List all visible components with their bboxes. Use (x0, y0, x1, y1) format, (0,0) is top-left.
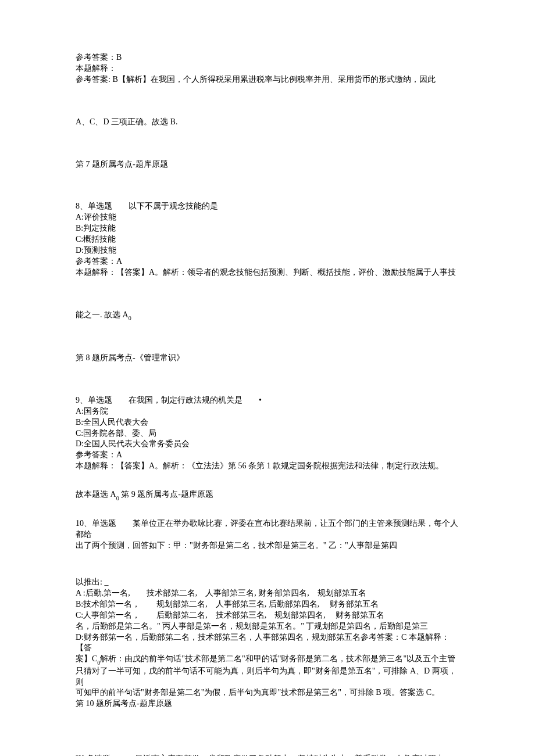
q10-title-1: 10、单选题 某单位正在举办歌咏比赛，评委在宣布比赛结果前，让五个部门的主管来预… (76, 518, 459, 540)
q8-option-c: C:概括技能 (76, 234, 459, 245)
q10-exp-1: 案】C0解析：由戊的前半句话"技术部是第二名"和甲的话"财务部是第二名，技术部是… (76, 654, 459, 665)
qik-title-1: IK 多选题 最近南方灾奔频发，党和政府做了各种努力，坚持以为为本，尊重科学，在… (76, 754, 459, 756)
q8-ref: 参考答案：A (76, 256, 459, 267)
q10-exp-2: 只猜对了一半可知，戊的前半句话不可能为真，则后半句为真，即"财务部是第五名"，可… (76, 666, 459, 688)
q10-note: 第 10 题所属考点-题库原题 (76, 698, 459, 710)
q8-option-d: D:预测技能 (76, 245, 459, 256)
q9-option-b: B:全国人民代表大会 (76, 417, 459, 428)
question-9: 9、单选题 在我国，制定行政法规的机关是 • A:国务院 B:全国人民代表大会 … (76, 395, 459, 472)
q10-extra: 名，后勤部是第二名。" 丙人事部是第一名，规划部是第五名。" 丁规划部是第四名，… (76, 621, 459, 632)
q9-option-d: D:全国人民代表大会常务委员会 (76, 439, 459, 450)
note-8-text: 第 8 题所属考点-《管理常识》 (76, 353, 459, 364)
question-8: 8、单选题 以下不属于观念技能的是 A:评价技能 B:判定技能 C:概括技能 D… (76, 201, 459, 278)
q10-option-d: D:财务部第一名，后勤部第二名，技术部第三名，人事部第四名，规划部第五名参考答案… (76, 632, 459, 654)
q10-option-b: B:技术部第一名， 规划部第二名, 人事部第三名, 后勤部第四名, 财务部第五名 (76, 599, 459, 610)
q8-cont: 能之一. 故选 A0 (76, 310, 459, 321)
q8-explain: 本题解释：【答案】A。解析：领导者的观念技能包括预测、判断、概括技能，评价、激励… (76, 267, 459, 278)
question-10-head: 10、单选题 某单位正在举办歌咏比赛，评委在宣布比赛结果前，让五个部门的主管来预… (76, 518, 459, 551)
q9-option-a: A:国务院 (76, 406, 459, 417)
q9-cont-text: 故本题选 A0 第 9 题所属考点-题库原题 (76, 489, 459, 501)
note-8: 第 8 题所属考点-《管理常识》 (76, 353, 459, 364)
answer-block-6: 参考答案：B 本题解释： 参考答案: B【解析】在我国，个人所得税采用累进税率与… (76, 52, 459, 85)
ref-answer-6: 参考答案：B (76, 52, 459, 63)
q10-lead: 以推出: _ (76, 577, 459, 588)
question-10-body: 以推出: _ A :后勤.第一名, 技术部第二名, 人事部第三名, 财务部第四名… (76, 577, 459, 710)
q8-option-a: A:评价技能 (76, 212, 459, 223)
q9-ref: 参考答案：A (76, 450, 459, 461)
q9-explain: 本题解释：【答案】A。解析：《立法法》第 56 条第 1 款规定国务院根据宪法和… (76, 461, 459, 472)
q8-cont-text: 能之一. 故选 A0 (76, 310, 459, 321)
explain-cont-6: A、C、D 三项正确。故选 B. (76, 117, 459, 128)
question-ik: IK 多选题 最近南方灾奔频发，党和政府做了各种努力，坚持以为为本，尊重科学，在… (76, 754, 459, 756)
answer-cont-6: A、C、D 三项正确。故选 B. (76, 117, 459, 128)
q10-option-c: C:人事部第一名， 后勤部第二名, 技术部第三名, 规划部第四名, 财务部第五名 (76, 610, 459, 621)
q8-title: 8、单选题 以下不属于观念技能的是 (76, 201, 459, 212)
q10-option-a: A :后勤.第一名, 技术部第二名, 人事部第三名, 财务部第四名, 规划部第五… (76, 588, 459, 599)
q9-cont: 故本题选 A0 第 9 题所属考点-题库原题 (76, 489, 459, 501)
explain-title-6: 本题解释： (76, 63, 459, 74)
q10-title-2: 出了两个预测，回答如下：甲："财务部是第二名，技术部是第三名。" 乙："人事部是… (76, 540, 459, 551)
note-7-text: 第 7 题所属考点-题库原题 (76, 159, 459, 170)
explain-text-6: 参考答案: B【解析】在我国，个人所得税采用累进税率与比例税率并用、采用货币的形… (76, 74, 459, 85)
q10-exp-3: 可知甲的前半句话"财务部是第二名"为假，后半句为真即"技术部是第三名"，可排除 … (76, 687, 459, 698)
q8-option-b: B:判定技能 (76, 223, 459, 234)
q9-option-c: C:国务院各部、委、局 (76, 428, 459, 439)
note-7: 第 7 题所属考点-题库原题 (76, 159, 459, 170)
q9-title: 9、单选题 在我国，制定行政法规的机关是 • (76, 395, 459, 406)
